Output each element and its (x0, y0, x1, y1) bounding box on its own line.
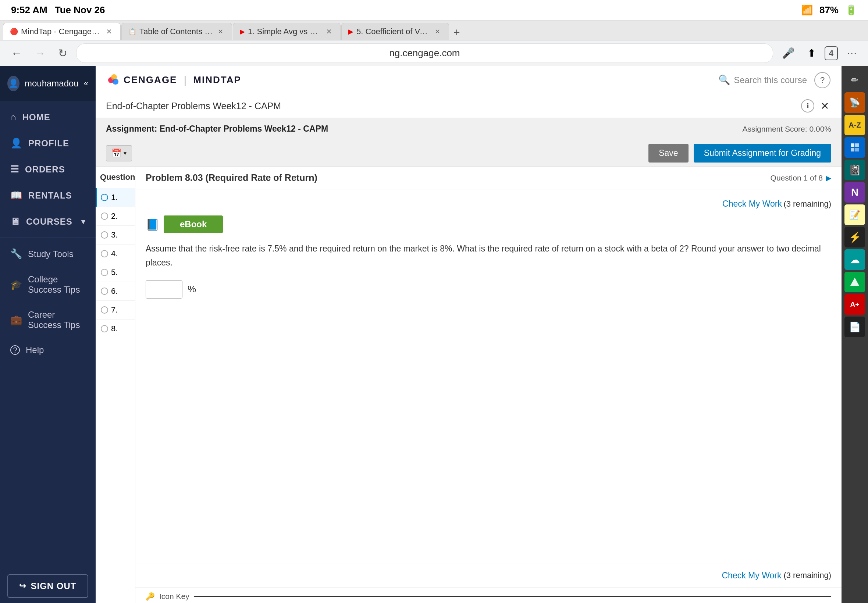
save-button[interactable]: Save (648, 144, 688, 162)
collapse-sidebar-button[interactable]: « (84, 79, 88, 88)
check-work-top: Check My Work (3 remaining) (145, 199, 831, 209)
answer-input[interactable] (145, 280, 183, 298)
calendar-dropdown-icon: ▾ (124, 150, 127, 157)
new-tab-button[interactable]: + (450, 26, 464, 39)
tab2-title: Table of Contents - 24F... (139, 27, 213, 36)
sign-out-button[interactable]: ↪ SIGN OUT (7, 574, 88, 598)
tab2-close[interactable]: ✕ (216, 27, 225, 36)
q8-num: 8. (111, 324, 118, 334)
tab-count-button[interactable]: 4 (825, 46, 838, 60)
address-bar[interactable]: ng.cengage.com (76, 43, 773, 63)
svg-marker-7 (850, 278, 859, 286)
assignment-header: End-of-Chapter Problems Week12 - CAPM ℹ … (96, 94, 842, 118)
svg-rect-3 (851, 144, 854, 147)
back-button[interactable]: ← (7, 45, 26, 62)
refresh-button[interactable]: ↻ (54, 45, 71, 62)
cengage-logo-icon (107, 74, 120, 87)
right-tool-az[interactable]: A-Z (845, 115, 865, 135)
mic-button[interactable]: 🎤 (778, 45, 798, 62)
status-date: Tue Nov 26 (55, 5, 105, 16)
q6-radio (101, 288, 108, 295)
tab-youtube1[interactable]: ▶ 1. Simple Avg vs Weigh... ✕ (233, 23, 340, 40)
question-item-5[interactable]: 5. (96, 263, 135, 282)
q2-num: 2. (111, 212, 118, 221)
cengage-text: CENGAGE (124, 74, 177, 86)
calendar-button[interactable]: 📅 ▾ (106, 145, 132, 161)
sidebar-item-home[interactable]: ⌂ HOME (0, 104, 96, 130)
top-bar: CENGAGE | MINDTAP 🔍 Search this course ? (96, 66, 842, 94)
courses-arrow-icon: ▾ (81, 217, 85, 226)
icon-key-bar: 🔑 Icon Key (135, 587, 842, 603)
question-item-7[interactable]: 7. (96, 301, 135, 320)
question-item-4[interactable]: 4. (96, 244, 135, 263)
sidebar-user-section: 👤 mouhamadou « (0, 66, 96, 101)
battery-text: 87% (820, 5, 839, 16)
close-assignment-button[interactable]: ✕ (818, 99, 831, 113)
career-success-item[interactable]: 💼 Career Success Tips (0, 302, 96, 337)
sidebar-item-rentals[interactable]: 📖 RENTALS (0, 182, 96, 209)
tab3-close[interactable]: ✕ (324, 27, 334, 36)
forward-button[interactable]: → (31, 45, 49, 62)
tab-toc[interactable]: 📋 Table of Contents - 24F... ✕ (121, 23, 232, 40)
study-tools-item[interactable]: 🔧 Study Tools (0, 241, 96, 267)
tab1-close[interactable]: ✕ (104, 27, 114, 36)
tab1-title: MindTap - Cengage Lea... (21, 27, 102, 36)
ebook-button[interactable]: eBook (164, 215, 223, 233)
tab-mindtap[interactable]: 🔴 MindTap - Cengage Lea... ✕ (3, 23, 121, 40)
svg-rect-5 (851, 148, 854, 152)
problem-text: Assume that the risk-free rate is 7.5% a… (145, 242, 831, 270)
share-button[interactable]: ⬆ (804, 45, 820, 62)
search-box[interactable]: 🔍 Search this course (718, 74, 807, 86)
tab4-close[interactable]: ✕ (433, 27, 442, 36)
right-tool-cloud[interactable]: ☁ (845, 249, 865, 270)
check-my-work-link-bottom[interactable]: Check My Work (722, 571, 781, 581)
mindtap-text: MINDTAP (193, 74, 241, 86)
status-bar: 9:52 AM Tue Nov 26 📶 87% 🔋 (0, 0, 868, 20)
status-time: 9:52 AM (11, 5, 48, 16)
college-success-item[interactable]: 🎓 College Success Tips (0, 267, 96, 302)
right-tool-drive[interactable] (845, 272, 865, 292)
q4-num: 4. (111, 249, 118, 258)
help-item[interactable]: ? Help (0, 337, 96, 363)
right-tool-rss[interactable]: 📡 (845, 92, 865, 113)
menu-button[interactable]: ⋯ (843, 45, 861, 62)
orders-label: ORDERS (25, 164, 65, 175)
home-label: HOME (22, 112, 50, 122)
question-item-8[interactable]: 8. (96, 320, 135, 338)
tab4-favicon: ▶ (348, 28, 353, 36)
main-content: CENGAGE | MINDTAP 🔍 Search this course ?… (96, 66, 842, 603)
question-item-6[interactable]: 6. (96, 282, 135, 301)
sidebar-item-courses[interactable]: 🖥 COURSES ▾ (0, 209, 96, 235)
right-tool-pencil[interactable]: ✏ (845, 70, 865, 90)
info-button[interactable]: ℹ (801, 99, 814, 113)
right-tool-notebook[interactable]: 📓 (845, 159, 865, 180)
key-line (194, 596, 831, 597)
question-item-2[interactable]: 2. (96, 207, 135, 226)
sidebar-item-orders[interactable]: ☰ ORDERS (0, 156, 96, 182)
help-button[interactable]: ? (814, 72, 831, 88)
user-avatar: 👤 (7, 76, 20, 91)
sidebar-item-profile[interactable]: 👤 PROFILE (0, 130, 96, 156)
question-item-3[interactable]: 3. (96, 226, 135, 244)
study-tools-label: Study Tools (28, 249, 74, 259)
tab-youtube2[interactable]: ▶ 5. Coefficient of Varian... ✕ (341, 23, 449, 40)
q1-radio (101, 194, 108, 201)
svg-rect-4 (855, 144, 859, 147)
right-tool-lightning[interactable]: ⚡ (845, 227, 865, 247)
tab1-favicon: 🔴 (10, 28, 18, 36)
orders-icon: ☰ (10, 164, 19, 175)
check-my-work-link-top[interactable]: Check My Work (723, 199, 782, 209)
question-item-1[interactable]: 1. (96, 188, 135, 207)
rentals-icon: 📖 (10, 190, 22, 201)
q3-num: 3. (111, 230, 118, 240)
right-tool-aplus[interactable]: A+ (845, 294, 865, 315)
profile-label: PROFILE (28, 138, 69, 148)
question-area: Questions 1. 2. 3. (96, 167, 842, 603)
next-question-arrow[interactable]: ▶ (826, 173, 831, 182)
right-tool-doc[interactable]: 📄 (845, 317, 865, 337)
right-tool-note[interactable]: 📝 (845, 204, 865, 225)
right-tool-office[interactable] (845, 137, 865, 158)
submit-assignment-button[interactable]: Submit Assignment for Grading (694, 144, 831, 162)
right-tool-onenote[interactable]: N (845, 182, 865, 203)
ebook-row: 📘 eBook (145, 215, 831, 233)
